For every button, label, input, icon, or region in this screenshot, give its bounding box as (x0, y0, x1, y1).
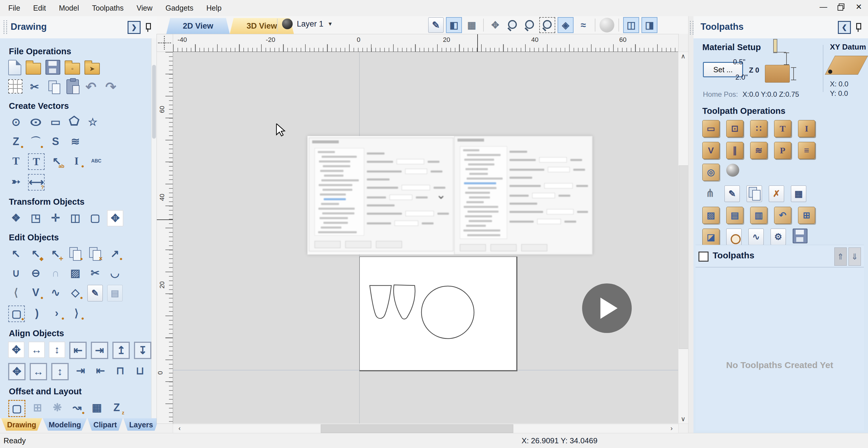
trim-vector-icon[interactable]: ⟨ (8, 285, 24, 300)
scroll-left-icon[interactable]: ‹ (175, 424, 184, 433)
align-center-horizontal-icon[interactable]: ↔ (29, 342, 44, 358)
sidebar-scrollbar[interactable] (151, 38, 157, 418)
vector-cone-shape[interactable] (370, 285, 391, 318)
pocket-toolpath-icon[interactable]: ⊡ (726, 120, 743, 137)
sidebar-tab-layers[interactable]: Layers (123, 418, 159, 431)
inlay-toolpath-icon[interactable]: I (798, 120, 815, 137)
quick-engrave-toolpath-icon[interactable]: T (774, 120, 791, 137)
copy-icon[interactable] (46, 79, 62, 95)
prism-carve-toolpath-icon[interactable]: P (774, 142, 791, 159)
minimize-icon[interactable]: — (818, 2, 829, 12)
zoom-drag-icon[interactable] (522, 18, 537, 32)
pan-view-icon[interactable]: ✥ (488, 18, 503, 32)
toggle-guides-icon[interactable]: ≈ (576, 18, 591, 32)
scroll-up-icon[interactable]: ∧ (678, 52, 688, 61)
fluting-toolpath-icon[interactable]: ∥ (726, 142, 743, 159)
panel-grip[interactable] (4, 20, 7, 34)
rough-machining-toolpath-icon[interactable]: ◎ (702, 164, 719, 181)
move-object-icon[interactable]: ❖ (8, 210, 24, 226)
text-spacing-icon[interactable]: I● (69, 153, 84, 169)
draw-texture-icon[interactable]: ≋ (68, 134, 83, 149)
align-right-icon[interactable]: ⇥ (91, 342, 108, 359)
layer-selector[interactable]: Layer 1 ▼ (282, 19, 333, 29)
sidebar-scroll-thumb[interactable] (152, 65, 156, 139)
menu-help[interactable]: Help (207, 4, 221, 12)
delete-toolpath-icon[interactable]: ✗ (769, 185, 784, 202)
merge-toolpaths-icon[interactable]: ∿ (748, 229, 764, 245)
align-bottom-icon[interactable]: ↧ (134, 342, 151, 359)
distort-object-icon[interactable]: ▢ (87, 210, 103, 226)
save-file-icon[interactable] (45, 60, 60, 75)
sidebar-tab-clipart[interactable]: Clipart (87, 418, 123, 431)
snap-grid-icon[interactable]: ▦ (464, 18, 479, 32)
jigsaw-layout-icon[interactable]: Zz (109, 400, 124, 415)
drilling-toolpath-icon[interactable]: ∷ (750, 120, 767, 137)
center-horizontal-in-material-icon[interactable]: ↔ (30, 363, 47, 380)
center-vertical-in-material-icon[interactable]: ↕ (52, 363, 68, 380)
open-file-icon[interactable] (26, 63, 41, 75)
circular-copy-icon[interactable]: ❋ (50, 400, 65, 415)
vertical-scroll-thumb[interactable] (679, 166, 688, 349)
crop-bitmap-icon[interactable]: ▤ (107, 285, 123, 302)
tool-database-icon[interactable]: ⋔ (702, 185, 718, 201)
cut-icon[interactable]: ✂ (27, 79, 42, 95)
trace-bitmap-icon[interactable]: ➳ (8, 174, 24, 189)
close-icon[interactable]: ✕ (854, 2, 864, 12)
ungroup-objects-icon[interactable]: ✕ (87, 246, 103, 261)
nest-parts-icon[interactable]: ▦ (89, 400, 104, 415)
vector-circle-shape[interactable] (422, 286, 474, 339)
job-dimensions-icon[interactable]: ✎ (428, 18, 443, 33)
menu-edit[interactable]: Edit (33, 4, 46, 12)
subtract-vectors-icon[interactable]: ⊖ (28, 266, 43, 281)
finish-machining-toolpath-icon[interactable] (726, 164, 739, 177)
rotate-object-icon[interactable]: ✛ (48, 210, 63, 226)
dock-panel-icon[interactable]: ❯ (128, 21, 141, 34)
align-top-icon[interactable]: ↥ (113, 342, 130, 359)
play-button[interactable] (582, 283, 632, 333)
scroll-down-icon[interactable]: ∨ (678, 415, 688, 423)
group-objects-icon[interactable]: ● (68, 246, 83, 261)
stack-above-icon[interactable]: ⊓ (113, 363, 128, 378)
paste-icon[interactable] (66, 79, 79, 94)
copy-along-vector-icon[interactable]: ↝● (69, 400, 85, 415)
trim-vectors-icon[interactable]: ✂ (87, 266, 103, 281)
zoom-selection-icon[interactable] (539, 17, 555, 33)
tab-2d-view[interactable]: 2D View (166, 18, 230, 34)
fit-polyline-icon[interactable]: ›● (49, 306, 64, 321)
tutorial-video-overlay[interactable]: ⌄ (307, 136, 592, 254)
align-objects-icon[interactable]: ✥ (107, 210, 123, 226)
vcarve-toolpath-icon[interactable]: V (702, 142, 719, 159)
fit-arcs-icon[interactable]: ) (29, 306, 44, 321)
align-center-vertical-icon[interactable]: ↕ (49, 342, 65, 358)
draw-text-box-icon[interactable]: T (28, 153, 44, 170)
align-right-to-object-icon[interactable]: ⇤ (93, 363, 108, 378)
job-setup-icon[interactable] (8, 79, 23, 94)
canvas-vertical-scrollbar[interactable]: ∧ ∨ (678, 51, 689, 424)
drawing-vectors[interactable] (360, 257, 516, 370)
shaded-view-icon[interactable] (599, 18, 614, 32)
redo-icon[interactable]: ↷ (103, 79, 118, 95)
edit-picture-icon[interactable]: ✎ (87, 285, 103, 302)
draw-star-icon[interactable]: ☆ (85, 114, 100, 130)
toolpaths-visibility-checkbox[interactable] (699, 251, 709, 262)
drawing-canvas[interactable]: ⌄ (173, 51, 678, 423)
array-copy-icon[interactable]: ⊞ (30, 400, 45, 415)
reset-preview-icon[interactable]: ↶ (774, 207, 791, 224)
select-text-icon[interactable]: ↖ab (49, 153, 64, 169)
preview-toolpaths-icon[interactable]: ▨ (702, 207, 719, 224)
preview-all-toolpaths-icon[interactable]: ▥ (750, 207, 767, 224)
dimension-icon[interactable]: ⟷? (28, 174, 44, 191)
menu-file[interactable]: File (8, 4, 20, 12)
save-toolpaths-icon[interactable] (793, 229, 807, 243)
text-on-curve-icon[interactable]: ABC (89, 153, 104, 169)
restore-icon[interactable] (836, 2, 846, 12)
recalculate-toolpaths-icon[interactable]: ▦ (791, 185, 806, 202)
export-vectors-icon[interactable]: ➤ (85, 63, 100, 75)
sidebar-tab-modeling[interactable]: Modeling (43, 418, 87, 431)
window-layout-icon[interactable]: ◧ (446, 17, 462, 33)
menu-gadgets[interactable]: Gadgets (165, 4, 193, 12)
weld-vectors-icon[interactable]: ∪ (8, 266, 24, 281)
fit-points-icon[interactable]: V● (28, 285, 43, 300)
stack-below-icon[interactable]: ⊔ (132, 363, 148, 378)
tile-windows-horizontal-icon[interactable]: ◫ (623, 17, 639, 33)
